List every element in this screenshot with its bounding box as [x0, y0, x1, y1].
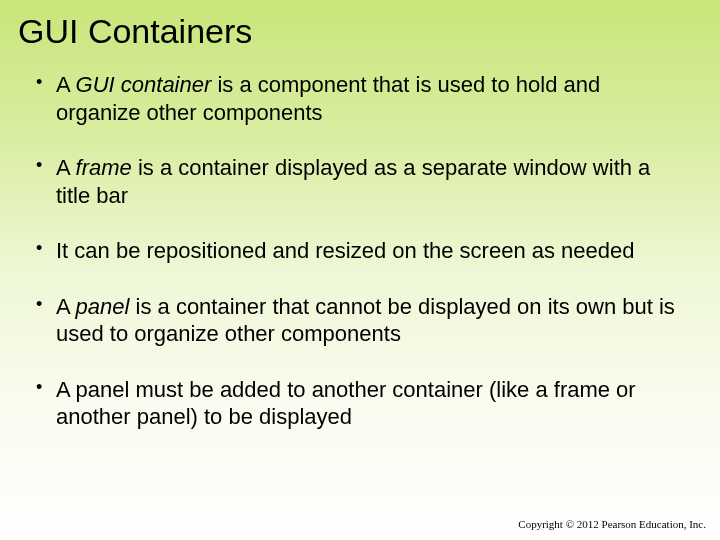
bullet-pre: A	[56, 155, 76, 180]
slide-title: GUI Containers	[0, 0, 720, 51]
bullet-em: panel	[76, 294, 130, 319]
bullet-em: GUI container	[76, 72, 212, 97]
bullet-pre: A	[56, 72, 76, 97]
list-item: A panel is a container that cannot be di…	[30, 293, 690, 348]
list-item: A panel must be added to another contain…	[30, 376, 690, 431]
slide-content: A GUI container is a component that is u…	[0, 51, 720, 431]
bullet-post: is a container that cannot be displayed …	[56, 294, 675, 347]
copyright-text: Copyright © 2012 Pearson Education, Inc.	[518, 518, 706, 530]
bullet-pre: A	[56, 294, 76, 319]
list-item: A frame is a container displayed as a se…	[30, 154, 690, 209]
list-item: A GUI container is a component that is u…	[30, 71, 690, 126]
list-item: It can be repositioned and resized on th…	[30, 237, 690, 265]
bullet-post: A panel must be added to another contain…	[56, 377, 636, 430]
bullet-em: frame	[76, 155, 132, 180]
bullet-post: is a container displayed as a separate w…	[56, 155, 650, 208]
bullet-post: It can be repositioned and resized on th…	[56, 238, 635, 263]
bullet-list: A GUI container is a component that is u…	[30, 71, 690, 431]
